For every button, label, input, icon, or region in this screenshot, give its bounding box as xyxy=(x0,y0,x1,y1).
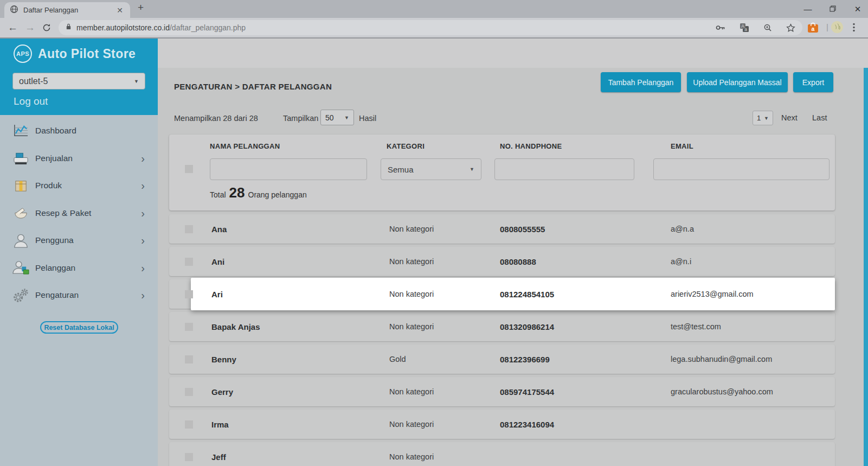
url-bar[interactable]: member.autopilotstore.co.id/daftar_pelan… xyxy=(59,20,802,35)
cell-name: Benny xyxy=(211,344,236,374)
brand: APS Auto Pilot Store xyxy=(14,44,136,63)
page-number-value: 1 xyxy=(757,114,761,122)
zoom-search-icon[interactable] xyxy=(763,23,772,32)
chevron-down-icon: ▼ xyxy=(470,167,474,172)
outlet-select[interactable]: outlet-5 ▼ xyxy=(12,73,145,90)
logout-link[interactable]: Log out xyxy=(14,95,48,107)
row-checkbox[interactable] xyxy=(185,355,193,363)
window-minimize-icon[interactable]: — xyxy=(802,4,814,14)
row-checkbox[interactable] xyxy=(185,388,193,396)
phone-filter-input[interactable] xyxy=(494,158,634,180)
cell-phone: 08080888 xyxy=(500,247,536,276)
password-key-icon[interactable] xyxy=(716,24,725,31)
column-header-email: EMAIL xyxy=(671,142,693,150)
reload-icon[interactable] xyxy=(42,23,51,34)
sidebar-item-dashboard[interactable]: Dashboard› xyxy=(0,117,158,145)
total-customers-text: Total 28 Orang pelanggan xyxy=(210,184,307,201)
cell-name: Ana xyxy=(211,214,227,244)
customer-icon xyxy=(12,260,30,276)
sidebar-item-penjualan[interactable]: Penjualan› xyxy=(0,145,158,173)
cell-phone: 081224854105 xyxy=(500,279,554,309)
row-checkbox[interactable] xyxy=(185,290,193,298)
browser-toolbar: ← → member.autopilotstore.co.id/daftar_p… xyxy=(0,18,868,37)
window-close-icon[interactable]: ✕ xyxy=(852,4,864,14)
browser-menu-icon[interactable] xyxy=(853,23,855,34)
row-checkbox[interactable] xyxy=(185,225,193,233)
chevron-down-icon: ▼ xyxy=(344,115,349,120)
dashboard-chart-icon xyxy=(12,123,30,139)
table-row[interactable]: Ari Non kategori 081224854105 arieriv251… xyxy=(169,279,835,309)
translate-icon[interactable]: aA xyxy=(740,23,749,33)
extension-shopping-icon[interactable]: a xyxy=(807,22,819,35)
cell-kategori: Non kategori xyxy=(389,410,434,439)
page-size-value: 50 xyxy=(325,113,334,122)
brand-name: Auto Pilot Store xyxy=(38,47,136,61)
row-checkbox[interactable] xyxy=(185,453,193,461)
reset-database-button[interactable]: Reset Database Lokal xyxy=(40,321,118,334)
profile-avatar[interactable] xyxy=(831,21,844,36)
chevron-right-icon: › xyxy=(141,208,145,218)
chevron-right-icon: › xyxy=(141,181,145,190)
sidebar-item-pelanggan[interactable]: Pelanggan› xyxy=(0,254,158,282)
cell-email: arieriv2513@gmail.com xyxy=(671,279,754,309)
cell-phone: 08122396699 xyxy=(500,344,550,374)
chevron-right-icon: › xyxy=(141,263,145,273)
cell-phone: 081223416094 xyxy=(500,410,554,439)
add-customer-button[interactable]: Tambah Pelanggan xyxy=(601,72,681,92)
table-row[interactable]: Gerry Non kategori 085974175544 gracular… xyxy=(169,377,835,406)
table-row[interactable]: Ani Non kategori 08080888 a@n.i xyxy=(169,247,835,276)
back-icon[interactable]: ← xyxy=(8,22,18,33)
table-row[interactable]: Jeff Non kategori xyxy=(169,442,835,466)
content-top-strip xyxy=(158,39,868,68)
page-scrollbar[interactable] xyxy=(864,68,868,466)
cash-register-icon xyxy=(12,150,30,166)
page-size-select[interactable]: 50 ▼ xyxy=(320,110,354,125)
forward-icon[interactable]: → xyxy=(25,22,35,33)
sidebar-item-label: Produk xyxy=(35,181,62,190)
mortar-pestle-icon xyxy=(12,205,30,221)
cell-kategori: Non kategori xyxy=(389,312,434,341)
table-row[interactable]: Bapak Anjas Non kategori 081320986214 te… xyxy=(169,312,835,341)
cell-kategori: Gold xyxy=(389,344,406,374)
sidebar-item-label: Pengguna xyxy=(35,235,74,245)
breadcrumb: PENGATURAN > DAFTAR PELANGGAN xyxy=(174,82,332,91)
window-restore-icon[interactable] xyxy=(827,4,839,14)
tab-close-icon[interactable]: ✕ xyxy=(115,6,125,15)
sidebar-item-pengguna[interactable]: Pengguna› xyxy=(0,227,158,254)
page-size-label: Tampilkan xyxy=(283,114,318,123)
bulk-upload-button[interactable]: Upload Pelanggan Massal xyxy=(687,72,788,92)
sidebar-item-label: Pengaturan xyxy=(35,290,79,300)
email-filter-input[interactable] xyxy=(653,158,830,180)
kategori-filter-select[interactable]: Semua ▼ xyxy=(381,158,481,180)
column-header-handphone: NO. HANDPHONE xyxy=(500,142,562,150)
name-filter-input[interactable] xyxy=(210,158,367,180)
sidebar-item-pengaturan[interactable]: Pengaturan› xyxy=(0,282,158,309)
cell-phone: 0808055555 xyxy=(500,214,545,244)
table-row[interactable]: Benny Gold 08122396699 lega.subhanudin@g… xyxy=(169,344,835,374)
cell-name: Gerry xyxy=(211,377,233,406)
row-checkbox[interactable] xyxy=(185,323,193,331)
page-number-select[interactable]: 1 ▼ xyxy=(753,111,773,125)
browser-tab[interactable]: Daftar Pelanggan ✕ xyxy=(4,2,130,18)
url-host: member.autopilotstore.co.id xyxy=(76,23,170,32)
cell-kategori: Non kategori xyxy=(389,247,434,276)
sidebar-item-produk[interactable]: Produk› xyxy=(0,172,158,200)
total-count: 28 xyxy=(229,184,245,201)
cell-email: test@test.com xyxy=(671,312,721,341)
row-checkbox[interactable] xyxy=(185,420,193,429)
svg-text:A: A xyxy=(741,23,744,29)
sidebar-item-label: Resep & Paket xyxy=(35,208,91,218)
cell-email: a@n.a xyxy=(671,214,694,244)
export-button[interactable]: Export xyxy=(793,72,833,92)
select-all-checkbox[interactable] xyxy=(185,165,193,173)
table-row[interactable]: Irma Non kategori 081223416094 xyxy=(169,410,835,439)
last-page-link[interactable]: Last xyxy=(812,113,827,122)
row-checkbox[interactable] xyxy=(185,258,193,266)
table-row[interactable]: Ana Non kategori 0808055555 a@n.a xyxy=(169,214,835,244)
next-page-link[interactable]: Next xyxy=(781,113,798,122)
sidebar-item-resep-paket[interactable]: Resep & Paket› xyxy=(0,200,158,227)
new-tab-button[interactable]: + xyxy=(138,2,144,14)
bookmark-star-icon[interactable] xyxy=(786,23,795,33)
window-controls: — ✕ xyxy=(802,0,864,18)
column-header-kategori: KATEGORI xyxy=(387,142,425,150)
